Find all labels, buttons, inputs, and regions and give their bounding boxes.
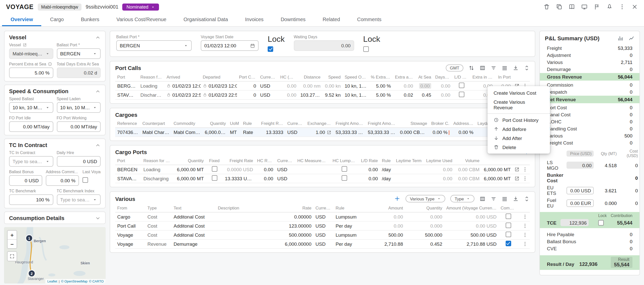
fixed-checkbox[interactable]: [212, 166, 217, 172]
col-header[interactable]: Amount (Voyage Currency): [444, 204, 499, 212]
status-badge[interactable]: Nominated: [123, 3, 159, 10]
menu-item-add-before[interactable]: Add Before: [488, 124, 550, 133]
route-map[interactable]: 1 2 Bergen Haugesund Stavanger Skien + −…: [4, 227, 106, 283]
col-header[interactable]: Port Cost: [237, 73, 258, 81]
cell-quantity[interactable]: 6,000.00 MT: [175, 165, 206, 174]
hc-lumpsum-checkbox[interactable]: [341, 166, 347, 172]
tc-in-contract-search[interactable]: Type to search...: [9, 156, 53, 167]
col-header[interactable]: Quantity: [405, 204, 444, 212]
address-commission-input[interactable]: 0.00 %: [46, 175, 79, 186]
col-header[interactable]: Speed: [323, 73, 343, 81]
expand-icon[interactable]: [95, 215, 101, 221]
col-header[interactable]: Amount: [366, 204, 405, 212]
cell-quantity[interactable]: 0.452: [405, 239, 444, 248]
cell-quantity[interactable]: 6,000.00 MT: [175, 174, 206, 183]
col-header[interactable]: Commodity: [172, 119, 203, 128]
col-header[interactable]: Rule: [241, 119, 259, 128]
cell-hc[interactable]: 0.00: [278, 90, 298, 99]
col-header[interactable]: Stowage: [398, 119, 429, 128]
cell-arrived[interactable]: 01/02/23 12:00: [165, 81, 201, 90]
start-date-lock-checkbox[interactable]: [268, 46, 273, 52]
cell-counterpart[interactable]: Mabl Charter...: [140, 128, 172, 137]
cell-amount[interactable]: 0.00: [366, 221, 405, 230]
type-filter[interactable]: Type: [450, 195, 474, 202]
close-icon[interactable]: [631, 4, 638, 10]
cell-port[interactable]: STAVANGER: [115, 90, 138, 99]
cell-broker-commission[interactable]: 0.00 %: [429, 128, 451, 137]
cell-from[interactable]: Cargo: [115, 212, 145, 221]
col-header[interactable]: Counterpart: [140, 119, 172, 128]
cell-amount-voyage[interactable]: 2,710.88 USD: [444, 239, 499, 248]
cell-currency[interactable]: USD: [285, 128, 305, 137]
cell-type[interactable]: Revenue: [145, 239, 172, 248]
cell-hc-rate[interactable]: 0.00: [255, 174, 275, 183]
col-header[interactable]: Freight Amount: [334, 119, 366, 128]
cell-ld-rate[interactable]: 0.00: [358, 165, 380, 174]
row-menu-icon[interactable]: [522, 167, 528, 172]
cell-from[interactable]: Voyage: [115, 230, 145, 239]
col-header[interactable]: L/D Fixed: [452, 73, 470, 81]
cell-laytime-used[interactable]: 0.00: [424, 165, 454, 174]
map-marker-1[interactable]: 1: [26, 235, 32, 241]
cell-freight-rate[interactable]: 13.3333 USD: [223, 174, 255, 183]
cell-amount[interactable]: 0.00: [366, 212, 405, 221]
cell-from[interactable]: Voyage: [115, 239, 145, 248]
rocket-icon[interactable]: [606, 4, 613, 10]
cell-speed-order[interactable]: 10 kn, 10 M...: [343, 90, 369, 99]
cell-extra-at-sea[interactable]: 0.00: [393, 81, 415, 90]
hc-lumpsum-checkbox[interactable]: [341, 175, 347, 181]
col-header[interactable]: Speed Order: [343, 73, 369, 81]
cell-ld-rate[interactable]: 0.00: [358, 174, 380, 183]
col-header[interactable]: From: [115, 204, 145, 212]
col-header[interactable]: Freight Amoun...: [366, 119, 398, 128]
bar-chart-icon[interactable]: [617, 35, 623, 41]
cell-type[interactable]: Cost: [145, 212, 172, 221]
zoom-in-button[interactable]: +: [8, 231, 17, 239]
cell-text[interactable]: Additonal Cost: [172, 212, 216, 221]
col-header[interactable]: Currency: [313, 204, 334, 212]
cell-laytime-used[interactable]: 0.00: [424, 174, 454, 183]
cell-quantity[interactable]: 6,000.000: [203, 128, 228, 137]
collapse-icon[interactable]: [95, 142, 101, 148]
col-header[interactable]: Freight Rate: [259, 119, 285, 128]
col-header[interactable]: Arrived: [165, 73, 201, 81]
col-header[interactable]: Text: [172, 204, 216, 212]
menu-item-create-various-revenue[interactable]: Create Various Revenue: [488, 97, 550, 112]
cell-pct-extra[interactable]: 5.00 %: [369, 90, 393, 99]
col-header[interactable]: Reason for Call: [141, 157, 175, 165]
more-options-icon[interactable]: [619, 4, 625, 10]
cell-pct-extra[interactable]: 5.00 %: [369, 81, 393, 90]
cell-hc-rate[interactable]: 0.00: [255, 165, 275, 174]
ls-mgo-price-input[interactable]: 0.00: [566, 162, 593, 169]
cell-hc[interactable]: 0.00: [278, 81, 298, 90]
cell-days-ld[interactable]: 0.00: [433, 81, 452, 90]
cell-rate[interactable]: 500.00000: [281, 230, 313, 239]
open-exchange-icon[interactable]: [327, 130, 332, 135]
tab-downtimes[interactable]: Downtimes: [272, 14, 314, 26]
col-header[interactable]: Description: [216, 204, 281, 212]
cell-hc-measurement[interactable]: [295, 165, 331, 174]
cell-speed[interactable]: 0.00 kn: [323, 81, 343, 90]
cell-port[interactable]: STAVANGER: [115, 174, 141, 183]
cell-description[interactable]: [216, 221, 281, 230]
col-header[interactable]: Quantity: [203, 119, 228, 128]
cell-ld-fixed[interactable]: [452, 81, 470, 90]
cell-reason[interactable]: Loading: [141, 165, 175, 174]
cell-freight-amount-2[interactable]: 53,333.33 USD: [366, 128, 398, 137]
menu-item-add-after[interactable]: Add After: [488, 133, 550, 142]
col-header[interactable]: Port: [115, 157, 141, 165]
tce-input[interactable]: 122,936: [560, 219, 589, 226]
col-header[interactable]: Departed: [201, 73, 237, 81]
cell-rule[interactable]: Lumpsum: [334, 230, 366, 239]
cell-laytime-term[interactable]: [394, 174, 424, 183]
fixed-checkbox[interactable]: [212, 175, 217, 181]
cell-rate[interactable]: 6,000.00000: [281, 239, 313, 248]
menu-item-create-various-cost[interactable]: Create Various Cost: [488, 88, 550, 97]
ld-fixed-checkbox[interactable]: [459, 92, 464, 97]
open-vessel-icon[interactable]: [22, 43, 27, 47]
col-header[interactable]: Laytime Term: [394, 157, 424, 165]
tab-overview[interactable]: Overview: [2, 14, 42, 26]
menu-item-delete[interactable]: Delete: [488, 142, 550, 152]
tab-bunkers[interactable]: Bunkers: [72, 14, 108, 26]
ballast-port-select[interactable]: BERGEN: [116, 40, 192, 51]
